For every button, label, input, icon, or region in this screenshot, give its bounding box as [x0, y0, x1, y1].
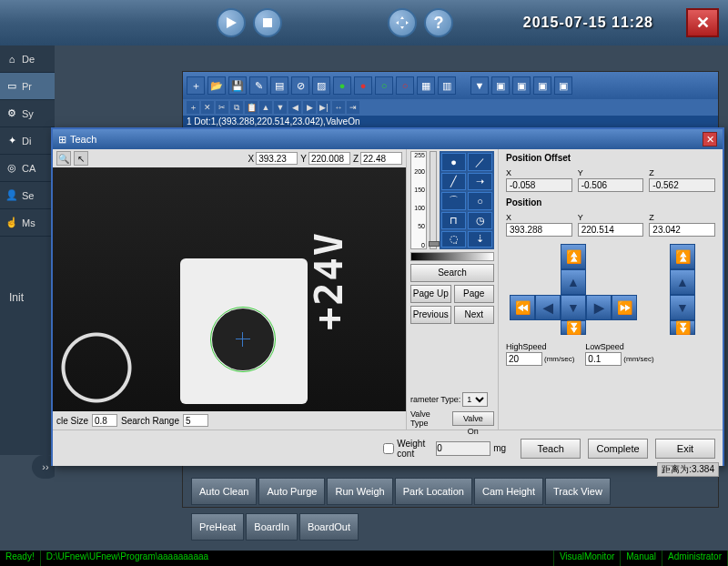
exit-button[interactable]: Exit — [655, 439, 715, 459]
weight-checkbox[interactable] — [383, 443, 394, 454]
sidebar-item-settings[interactable]: 👤 Se — [0, 182, 55, 209]
pattern-line[interactable]: ／ — [468, 153, 492, 171]
search-range-input[interactable] — [183, 414, 208, 427]
jog-y-fast-up[interactable]: ⏫ — [561, 244, 586, 269]
jog-x-fast-left[interactable]: ⏪ — [510, 295, 535, 320]
circle-r-icon[interactable]: ○ — [396, 76, 414, 95]
init-button[interactable]: Init — [0, 291, 55, 304]
m-down-icon[interactable]: ▼ — [274, 101, 287, 114]
pointer-icon[interactable]: ↖ — [74, 151, 88, 166]
array-icon[interactable]: ▦ — [417, 76, 435, 95]
jog-y-fast-down[interactable]: ⏬ — [561, 320, 586, 335]
pattern-dot[interactable]: ● — [441, 153, 466, 171]
sidebar-item-manual[interactable]: ☝ Ms — [0, 209, 55, 237]
m-right-icon[interactable]: ▶ — [303, 101, 316, 114]
jog-z-fast-down[interactable]: ⏬ — [670, 320, 695, 335]
y-coord-input[interactable] — [308, 152, 350, 165]
param-type-select[interactable]: 1 — [462, 392, 488, 407]
pos-y-input[interactable] — [578, 223, 644, 237]
jog-z-up[interactable]: ▲ — [670, 269, 695, 295]
line-icon[interactable]: ▨ — [312, 76, 330, 95]
complete-button[interactable]: Complete — [588, 439, 648, 459]
tree1-icon[interactable]: ▣ — [491, 76, 510, 95]
save-file-icon[interactable]: 💾 — [228, 76, 247, 95]
m-w2-icon[interactable]: ⇥ — [347, 101, 359, 114]
tree4-icon[interactable]: ▣ — [554, 76, 572, 95]
block-icon[interactable]: ⊘ — [291, 76, 309, 95]
jog-x-fast-right[interactable]: ⏩ — [612, 295, 637, 320]
close-app-button[interactable]: ✕ — [686, 8, 719, 37]
lowspeed-input[interactable] — [585, 352, 622, 366]
threshold-slider[interactable] — [430, 151, 437, 249]
sidebar-item-home[interactable]: ⌂ De — [0, 45, 55, 73]
valve-on-button[interactable]: Valve On — [452, 411, 494, 426]
jog-x-right[interactable]: ▶ — [586, 295, 612, 320]
point-green-icon[interactable]: ● — [333, 76, 351, 95]
x-coord-input[interactable] — [256, 152, 298, 165]
pattern-arrow[interactable]: ➝ — [468, 173, 492, 189]
brush-icon[interactable]: ▼ — [470, 76, 489, 95]
m-copy-icon[interactable]: ⧉ — [230, 101, 243, 114]
edit-icon[interactable]: ✎ — [249, 76, 268, 95]
pattern-dashline[interactable]: ╱ — [441, 173, 466, 189]
jog-y-up[interactable]: ▲ — [561, 269, 586, 295]
teach-button[interactable]: Teach — [521, 439, 581, 459]
pos-x-input[interactable] — [506, 223, 572, 237]
page-down-button[interactable]: Page Down — [454, 285, 495, 303]
park-location-button[interactable]: Park Location — [395, 478, 472, 505]
auto-purge-button[interactable]: Auto Purge — [258, 478, 325, 505]
page-icon[interactable]: ▤ — [270, 76, 288, 95]
m-w1-icon[interactable]: ↔ — [332, 101, 345, 114]
sidebar-item-system[interactable]: ⚙ Sy — [0, 100, 55, 127]
m-step-icon[interactable]: ▲ — [259, 101, 272, 114]
help-button[interactable]: ? — [424, 8, 453, 37]
next-button[interactable]: Next — [454, 306, 495, 324]
pattern-arc[interactable]: ⌒ — [441, 192, 466, 210]
camera-view[interactable]: +24V — [53, 167, 406, 411]
cam-height-button[interactable]: Cam Height — [474, 478, 543, 505]
tree3-icon[interactable]: ▣ — [533, 76, 551, 95]
m-paste-icon[interactable]: 📋 — [245, 101, 258, 114]
stop-button[interactable] — [253, 8, 282, 37]
pattern-rect[interactable]: ⊓ — [441, 212, 466, 228]
z-coord-input[interactable] — [360, 152, 402, 165]
sidebar-item-calibrate[interactable]: ◎ CA — [0, 155, 55, 182]
page-up-button[interactable]: Page Up — [410, 285, 451, 303]
jog-x-left[interactable]: ◀ — [535, 295, 561, 320]
track-view-button[interactable]: Track View — [545, 478, 611, 505]
m-left-icon[interactable]: ◀ — [288, 101, 301, 114]
pattern-clock[interactable]: ◷ — [468, 212, 492, 228]
search-button[interactable]: Search — [410, 264, 494, 282]
pattern-drop[interactable]: ⇣ — [468, 231, 492, 248]
jog-z-fast-up[interactable]: ⏫ — [670, 244, 695, 269]
gradient-bar[interactable] — [410, 252, 494, 261]
teach-title-bar[interactable]: ⊞ Teach ✕ — [53, 129, 723, 149]
open-file-icon[interactable]: 📂 — [207, 76, 226, 95]
previous-button[interactable]: Previous — [410, 306, 451, 324]
play-button[interactable] — [217, 8, 246, 37]
boardout-button[interactable]: BoardOut — [299, 513, 359, 541]
point-red-icon[interactable]: ● — [354, 76, 372, 95]
pos-z-input[interactable] — [649, 223, 715, 237]
new-file-icon[interactable]: ＋ — [187, 76, 205, 95]
teach-close-button[interactable]: ✕ — [703, 132, 717, 147]
run-weigh-button[interactable]: Run Weigh — [327, 478, 392, 505]
m-plus-icon[interactable]: ＋ — [187, 101, 199, 114]
grid-icon[interactable]: ▥ — [438, 76, 456, 95]
sidebar-item-program[interactable]: ▭ Pr — [0, 73, 55, 100]
boardin-button[interactable]: BoardIn — [246, 513, 298, 541]
zoom-icon[interactable]: 🔍 — [56, 151, 71, 166]
highspeed-input[interactable] — [506, 352, 542, 366]
tree2-icon[interactable]: ▣ — [512, 76, 531, 95]
move-button[interactable] — [388, 8, 417, 37]
sidebar-item-diagnose[interactable]: ✦ Di — [0, 127, 55, 155]
preheat-button[interactable]: PreHeat — [191, 513, 244, 541]
jog-y-down[interactable]: ▼ — [561, 295, 586, 320]
pattern-circle[interactable]: ○ — [468, 192, 492, 210]
circle-g-icon[interactable]: ○ — [375, 76, 393, 95]
m-end-icon[interactable]: ▶| — [318, 101, 330, 114]
pattern-rotate[interactable]: ◌̣ — [441, 231, 466, 248]
m-clip-icon[interactable]: ✂ — [216, 101, 228, 114]
jog-z-down[interactable]: ▼ — [670, 295, 695, 320]
auto-clean-button[interactable]: Auto Clean — [191, 478, 257, 505]
